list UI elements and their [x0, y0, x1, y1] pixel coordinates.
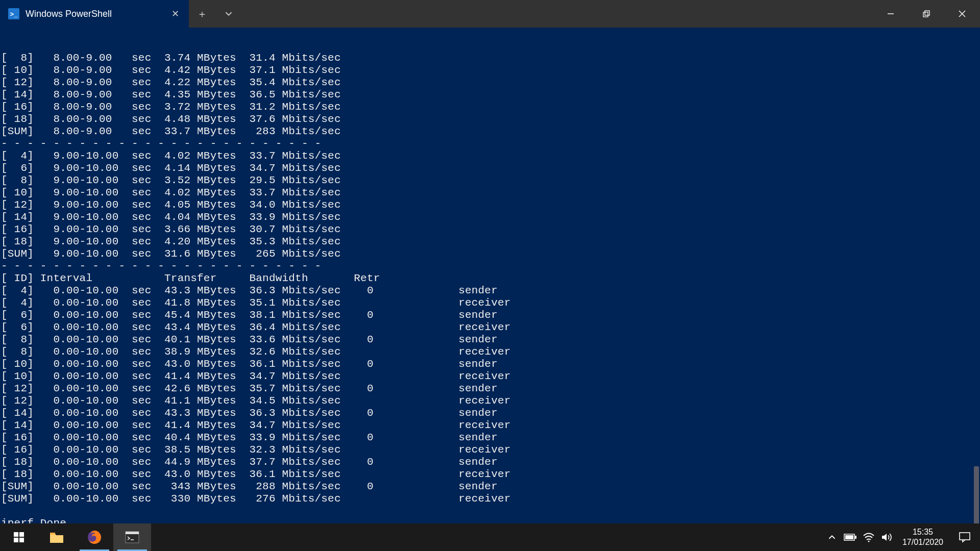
- tray-volume[interactable]: [878, 523, 896, 551]
- start-button[interactable]: [0, 523, 38, 551]
- close-window-button[interactable]: [944, 0, 980, 28]
- terminal-line: [ 6] 0.00-10.00 sec 43.4 MBytes 36.4 Mbi…: [1, 321, 979, 334]
- app-window: >_ Windows PowerShell ✕ ＋ [ 8] 8.00-9.00…: [0, 0, 980, 551]
- svg-rect-18: [960, 533, 970, 540]
- terminal-line: [SUM] 0.00-10.00 sec 343 MBytes 288 Mbit…: [1, 481, 979, 493]
- terminal-line: [ 16] 9.00-10.00 sec 3.66 MBytes 30.7 Mb…: [1, 223, 979, 236]
- terminal-line: [ 6] 9.00-10.00 sec 4.14 MBytes 34.7 Mbi…: [1, 162, 979, 174]
- powershell-icon: >_: [8, 8, 19, 19]
- terminal-line: [ 14] 0.00-10.00 sec 41.4 MBytes 34.7 Mb…: [1, 419, 979, 432]
- svg-rect-15: [855, 536, 856, 539]
- terminal-line: [SUM] 8.00-9.00 sec 33.7 MBytes 283 Mbit…: [1, 126, 979, 138]
- svg-rect-2: [925, 11, 929, 15]
- chevron-down-icon: [223, 8, 234, 19]
- svg-rect-5: [14, 532, 18, 537]
- windows-icon: [13, 531, 25, 543]
- terminal-tab[interactable]: >_ Windows PowerShell ✕: [0, 0, 189, 28]
- terminal-line: - - - - - - - - - - - - - - - - - - - - …: [1, 138, 979, 150]
- chevron-up-icon: [826, 532, 838, 543]
- terminal-line: [ 8] 9.00-10.00 sec 3.52 MBytes 29.5 Mbi…: [1, 174, 979, 187]
- terminal-line: [ 12] 0.00-10.00 sec 42.6 MBytes 35.7 Mb…: [1, 383, 979, 395]
- terminal-line: [ 8] 8.00-9.00 sec 3.74 MBytes 31.4 Mbit…: [1, 52, 979, 64]
- taskbar-terminal[interactable]: [113, 523, 151, 551]
- terminal-line: iperf Done.: [1, 517, 979, 523]
- svg-point-17: [868, 541, 869, 542]
- terminal-icon: [125, 531, 140, 544]
- terminal-line: [ 8] 0.00-10.00 sec 40.1 MBytes 33.6 Mbi…: [1, 334, 979, 346]
- terminal-line: [ 12] 9.00-10.00 sec 4.05 MBytes 34.0 Mb…: [1, 199, 979, 211]
- taskbar-clock[interactable]: 15:35 17/01/2020: [896, 523, 949, 551]
- terminal-line: [ 14] 9.00-10.00 sec 4.04 MBytes 33.9 Mb…: [1, 211, 979, 223]
- terminal-line: [ 18] 8.00-9.00 sec 4.48 MBytes 37.6 Mbi…: [1, 113, 979, 126]
- terminal-line: [SUM] 9.00-10.00 sec 31.6 MBytes 265 Mbi…: [1, 248, 979, 260]
- tab-title: Windows PowerShell: [26, 9, 163, 19]
- system-tray: 15:35 17/01/2020: [823, 523, 980, 551]
- terminal-line: [ 12] 0.00-10.00 sec 41.1 MBytes 34.5 Mb…: [1, 395, 979, 407]
- terminal-line: [ 12] 8.00-9.00 sec 4.22 MBytes 35.4 Mbi…: [1, 77, 979, 89]
- terminal-line: [ 16] 0.00-10.00 sec 40.4 MBytes 33.9 Mb…: [1, 432, 979, 444]
- terminal-line: [ 4] 0.00-10.00 sec 43.3 MBytes 36.3 Mbi…: [1, 285, 979, 297]
- svg-rect-9: [50, 533, 55, 535]
- terminal-line: [ 18] 9.00-10.00 sec 4.20 MBytes 35.3 Mb…: [1, 236, 979, 248]
- svg-rect-6: [19, 532, 24, 537]
- scrollbar[interactable]: [969, 28, 980, 523]
- wifi-icon: [863, 532, 875, 542]
- clock-time: 15:35: [913, 527, 933, 537]
- terminal-line: [ 16] 0.00-10.00 sec 38.5 MBytes 32.3 Mb…: [1, 444, 979, 456]
- close-tab-button[interactable]: ✕: [169, 8, 181, 19]
- taskbar-file-explorer[interactable]: [38, 523, 76, 551]
- terminal-line: [ 4] 0.00-10.00 sec 41.8 MBytes 35.1 Mbi…: [1, 297, 979, 309]
- tray-overflow-button[interactable]: [823, 523, 841, 551]
- titlebar: >_ Windows PowerShell ✕ ＋: [0, 0, 980, 28]
- svg-rect-8: [19, 538, 24, 542]
- taskbar: 15:35 17/01/2020: [0, 523, 980, 551]
- terminal-line: [ 14] 0.00-10.00 sec 43.3 MBytes 36.3 Mb…: [1, 407, 979, 419]
- minimize-icon: [887, 10, 894, 17]
- minimize-button[interactable]: [873, 0, 909, 28]
- notification-icon: [959, 532, 971, 543]
- tray-battery[interactable]: [841, 523, 860, 551]
- svg-rect-1: [923, 12, 928, 17]
- terminal-line: [ 4] 9.00-10.00 sec 4.02 MBytes 33.7 Mbi…: [1, 150, 979, 162]
- terminal-line: [ 18] 0.00-10.00 sec 43.0 MBytes 36.1 Mb…: [1, 468, 979, 481]
- taskbar-firefox[interactable]: [76, 523, 113, 551]
- tray-wifi[interactable]: [860, 523, 878, 551]
- close-icon: [959, 10, 966, 17]
- scrollbar-thumb[interactable]: [974, 466, 979, 523]
- terminal-line: [ 10] 0.00-10.00 sec 41.4 MBytes 34.7 Mb…: [1, 370, 979, 383]
- terminal-line: [ 10] 0.00-10.00 sec 43.0 MBytes 36.1 Mb…: [1, 358, 979, 370]
- terminal-line: [ 10] 9.00-10.00 sec 4.02 MBytes 33.7 Mb…: [1, 187, 979, 199]
- terminal-output[interactable]: [ 8] 8.00-9.00 sec 3.74 MBytes 31.4 Mbit…: [0, 28, 980, 523]
- terminal-line: [ 10] 8.00-9.00 sec 4.42 MBytes 37.1 Mbi…: [1, 64, 979, 77]
- terminal-line: [ ID] Interval Transfer Bandwidth Retr: [1, 272, 979, 285]
- clock-date: 17/01/2020: [902, 537, 943, 547]
- tab-dropdown-button[interactable]: [215, 0, 242, 28]
- svg-rect-16: [845, 535, 853, 539]
- maximize-button[interactable]: [909, 0, 944, 28]
- new-tab-button[interactable]: ＋: [189, 0, 215, 28]
- volume-icon: [881, 532, 893, 542]
- action-center-button[interactable]: [949, 523, 980, 551]
- terminal-line: [ 14] 8.00-9.00 sec 4.35 MBytes 36.5 Mbi…: [1, 89, 979, 101]
- restore-icon: [923, 10, 930, 17]
- terminal-line: [ 18] 0.00-10.00 sec 44.9 MBytes 37.7 Mb…: [1, 456, 979, 468]
- svg-rect-7: [14, 538, 18, 542]
- file-explorer-icon: [49, 531, 64, 544]
- terminal-line: - - - - - - - - - - - - - - - - - - - - …: [1, 260, 979, 272]
- battery-icon: [844, 533, 857, 541]
- firefox-icon: [87, 530, 102, 545]
- terminal-line: [ 8] 0.00-10.00 sec 38.9 MBytes 32.6 Mbi…: [1, 346, 979, 358]
- terminal-line: [ 6] 0.00-10.00 sec 45.4 MBytes 38.1 Mbi…: [1, 309, 979, 321]
- svg-rect-12: [126, 532, 139, 534]
- terminal-line: [ 16] 8.00-9.00 sec 3.72 MBytes 31.2 Mbi…: [1, 101, 979, 113]
- terminal-line: [1, 505, 979, 517]
- terminal-line: [SUM] 0.00-10.00 sec 330 MBytes 276 Mbit…: [1, 493, 979, 505]
